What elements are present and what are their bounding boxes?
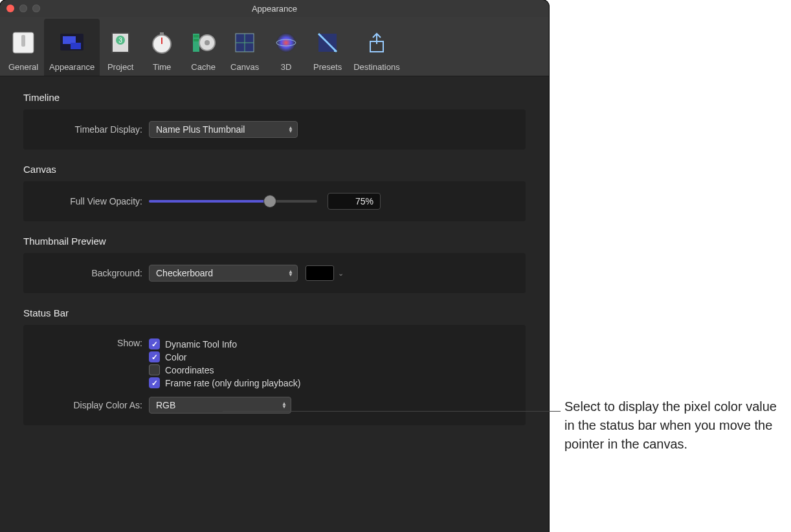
share-icon <box>361 27 392 58</box>
updown-icon: ▲▼ <box>288 126 293 133</box>
tab-label: Time <box>153 62 171 72</box>
section-timeline: Timeline Timebar Display: Name Plus Thum… <box>23 92 526 150</box>
tab-label: General <box>8 62 38 72</box>
opacity-slider[interactable] <box>149 200 317 203</box>
svg-point-20 <box>276 33 296 52</box>
opacity-value-field[interactable]: 75% <box>328 193 381 210</box>
checkbox-color[interactable]: ✓ <box>149 351 160 362</box>
appearance-icon <box>56 27 87 58</box>
timebar-display-label: Timebar Display: <box>35 124 149 135</box>
section-title: Timeline <box>23 92 526 103</box>
prefs-content: Timeline Timebar Display: Name Plus Thum… <box>0 76 549 455</box>
svg-rect-13 <box>194 35 199 38</box>
display-color-as-label: Display Color As: <box>35 400 149 410</box>
cache-icon <box>188 27 219 58</box>
background-label: Background: <box>35 268 149 278</box>
tab-destinations[interactable]: Destinations <box>348 19 405 76</box>
checkbox-label: Coordinates <box>165 365 214 375</box>
stopwatch-icon <box>146 27 177 58</box>
checkbox-label: Frame rate (only during playback) <box>165 378 300 388</box>
show-label: Show: <box>35 337 149 348</box>
callout-leader-line <box>223 411 561 412</box>
section-title: Status Bar <box>23 307 526 318</box>
section-thumbnail-preview: Thumbnail Preview Background: Checkerboa… <box>23 236 526 293</box>
section-title: Thumbnail Preview <box>23 236 526 247</box>
tab-project[interactable]: 3 Project <box>100 19 141 76</box>
tab-presets[interactable]: Presets <box>307 19 348 76</box>
updown-icon: ▲▼ <box>288 270 293 276</box>
preferences-window: Appearance General Appearance 3 Project … <box>0 0 549 532</box>
tab-label: Canvas <box>230 62 259 72</box>
timebar-display-select[interactable]: Name Plus Thumbnail ▲▼ <box>149 121 298 138</box>
background-select[interactable]: Checkerboard ▲▼ <box>149 265 298 282</box>
tab-label: Destinations <box>353 62 400 72</box>
filmstrip-icon: 3 <box>105 27 136 58</box>
checkbox-dynamic-tool-info[interactable]: ✓ <box>149 338 160 349</box>
section-canvas: Canvas Full View Opacity: 75% <box>23 164 526 221</box>
window-title: Appearance <box>0 4 549 14</box>
select-value: Checkerboard <box>156 268 213 278</box>
chevron-down-icon[interactable]: ⌄ <box>338 269 344 278</box>
updown-icon: ▲▼ <box>282 402 287 408</box>
svg-point-16 <box>205 40 210 45</box>
checkbox-coordinates[interactable] <box>149 364 160 375</box>
svg-rect-4 <box>71 43 81 49</box>
full-view-opacity-label: Full View Opacity: <box>35 196 149 206</box>
section-status-bar: Status Bar Show: ✓ Dynamic Tool Info ✓ C… <box>23 307 526 425</box>
section-title: Canvas <box>23 164 526 175</box>
tab-appearance[interactable]: Appearance <box>44 19 100 76</box>
presets-icon <box>312 27 343 58</box>
tab-general[interactable]: General <box>3 19 44 76</box>
checkbox-label: Dynamic Tool Info <box>165 339 237 349</box>
tab-3d[interactable]: 3D <box>265 19 307 76</box>
tab-cache[interactable]: Cache <box>183 19 224 76</box>
checkbox-frame-rate[interactable]: ✓ <box>149 377 160 388</box>
background-color-well[interactable] <box>306 265 334 281</box>
sphere-icon <box>271 27 302 58</box>
svg-text:3: 3 <box>118 37 122 44</box>
titlebar: Appearance <box>0 0 549 17</box>
canvas-icon <box>229 27 260 58</box>
svg-rect-10 <box>160 32 164 35</box>
tab-label: Cache <box>191 62 216 72</box>
slider-knob[interactable] <box>264 195 276 207</box>
tab-label: 3D <box>281 62 292 72</box>
checkbox-label: Color <box>165 352 186 362</box>
tab-label: Project <box>107 62 133 72</box>
select-value: Name Plus Thumbnail <box>156 124 245 135</box>
tab-label: Appearance <box>49 62 95 72</box>
tab-label: Presets <box>313 62 342 72</box>
select-value: RGB <box>156 400 175 410</box>
callout-text: Select to display the pixel color value … <box>564 397 786 454</box>
svg-rect-1 <box>21 35 25 47</box>
switch-icon <box>8 27 39 58</box>
prefs-toolbar: General Appearance 3 Project Time Cache <box>0 17 549 76</box>
tab-canvas[interactable]: Canvas <box>224 19 265 76</box>
tab-time[interactable]: Time <box>141 19 183 76</box>
svg-rect-14 <box>194 39 199 41</box>
